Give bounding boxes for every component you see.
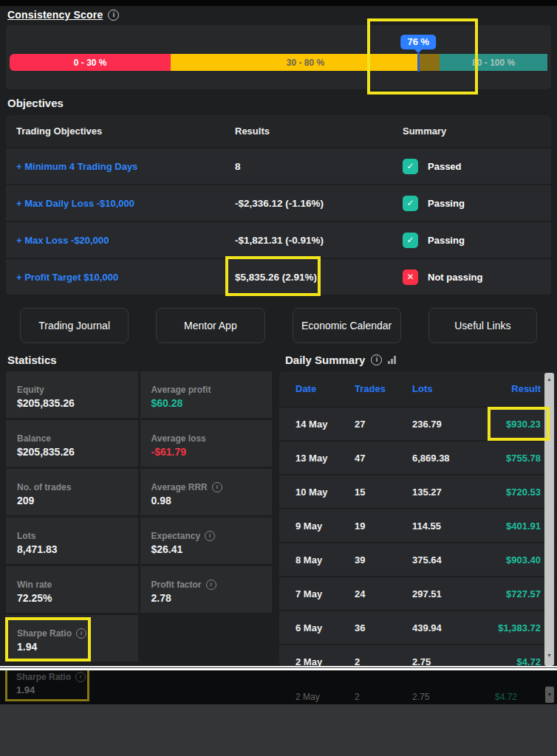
stat-value: 1.94 <box>16 684 86 695</box>
objective-link[interactable]: + Minimum 4 Trading Days <box>16 161 235 172</box>
objective-link[interactable]: + Profit Target $10,000 <box>16 272 235 283</box>
objectives-table-row: + Max Loss -$20,000 -$1,821.31 (-0.91%) … <box>6 221 551 258</box>
daily-table-row: 2 May 2 2.75 $4.72 <box>279 644 556 666</box>
stat-label: No. of trades <box>17 482 71 492</box>
col-header-result: Result <box>495 383 541 394</box>
daily-result: $720.53 <box>495 487 541 498</box>
daily-table-row: 7 May 24 297.51 $727.57 <box>279 576 556 610</box>
daily-date: 8 May <box>295 554 355 566</box>
info-icon[interactable]: i <box>371 354 382 365</box>
quick-links-row: Trading Journal Mentor App Economic Cale… <box>20 308 537 343</box>
col-header-trading-objectives: Trading Objectives <box>16 126 235 137</box>
consistency-score-bar: 0 - 30 % 30 - 80 % 80 - 100 % 76 % <box>10 54 547 71</box>
stat-cell: Average loss -$61.79 <box>140 420 273 467</box>
stat-label: Average profit <box>151 385 211 395</box>
daily-table-row: 14 May 27 236.79 $930.23 <box>279 406 556 440</box>
summary-label: Passing <box>428 198 465 209</box>
status-icon: ✕ <box>406 272 414 282</box>
stat-cell-empty <box>140 615 273 662</box>
dup-lots: 2.75 <box>412 692 495 702</box>
quick-link-label: Economic Calendar <box>301 320 392 331</box>
footer-area <box>0 704 557 756</box>
stat-cell: Profit factor i 2.78 <box>140 566 273 613</box>
bar-chart-icon[interactable] <box>388 356 396 364</box>
daily-lots: 135.27 <box>412 487 495 498</box>
stat-value: $26.41 <box>151 543 267 555</box>
daily-date: 6 May <box>295 622 355 633</box>
quick-link-button[interactable]: Mentor App <box>156 308 264 343</box>
daily-summary-header: Daily Summary i <box>285 354 396 366</box>
objective-link[interactable]: + Max Daily Loss -$10,000 <box>16 198 235 209</box>
stat-value: 8,471.83 <box>17 543 132 555</box>
daily-lots: 2.75 <box>412 656 495 667</box>
col-header-results: Results <box>235 126 403 137</box>
score-segment: 30 - 80 % <box>171 54 440 71</box>
top-strip <box>0 0 557 6</box>
info-icon[interactable]: i <box>108 10 119 21</box>
daily-lots: 297.51 <box>412 588 495 599</box>
objective-link[interactable]: + Max Loss -$20,000 <box>16 235 235 246</box>
daily-trades: 24 <box>355 588 412 599</box>
info-icon[interactable]: i <box>206 580 216 590</box>
stat-label: Average loss <box>151 433 206 444</box>
daily-trades: 2 <box>355 656 412 667</box>
scrollbar[interactable]: ▲ ▼ <box>544 373 554 666</box>
consistency-score-title: Consistency Score <box>7 9 103 21</box>
daily-trades: 27 <box>355 419 412 430</box>
score-segment: 0 - 30 % <box>10 54 171 71</box>
daily-date: 7 May <box>295 588 355 599</box>
status-icon: ✓ <box>406 161 414 171</box>
daily-trades: 19 <box>355 520 412 532</box>
daily-trades: 36 <box>355 622 412 633</box>
stat-value: -$61.79 <box>151 446 267 458</box>
stat-cell: Expectancy i $26.41 <box>140 518 273 564</box>
stat-cell: No. of trades 209 <box>6 469 138 515</box>
col-header-trades: Trades <box>355 383 412 394</box>
objectives-heading: Objectives <box>7 97 64 109</box>
segment-label-mid: 30 - 80 % <box>171 54 440 71</box>
stat-label: Equity <box>17 385 44 395</box>
segment-label-low: 0 - 30 % <box>10 54 171 71</box>
col-header-lots: Lots <box>412 383 495 394</box>
score-segment: 80 - 100 % <box>440 54 547 71</box>
daily-date: 10 May <box>295 487 355 498</box>
daily-result: $727.57 <box>495 588 541 599</box>
quick-link-button[interactable]: Trading Journal <box>20 308 129 343</box>
objectives-table-row: + Profit Target $10,000 $5,835.26 (2.91%… <box>6 258 551 295</box>
statistics-heading: Statistics <box>7 354 57 366</box>
daily-date: 9 May <box>295 520 355 532</box>
stat-cell: Balance $205,835.26 <box>6 420 138 467</box>
status-badge: ✕ <box>403 269 418 285</box>
quick-link-button[interactable]: Economic Calendar <box>293 308 401 343</box>
stat-value: $205,835.26 <box>17 446 132 458</box>
stat-label: Expectancy <box>151 531 201 541</box>
stat-cell: Average RRR i 0.98 <box>140 469 273 515</box>
status-icon: ✓ <box>406 235 414 245</box>
objectives-rows: + Minimum 4 Trading Days 8 ✓ Passed + Ma… <box>6 147 551 295</box>
scroll-down-icon: ▼ <box>545 687 554 703</box>
quick-link-button[interactable]: Useful Links <box>428 308 537 343</box>
stat-value: $205,835.26 <box>17 397 132 409</box>
info-icon[interactable]: i <box>205 531 215 541</box>
daily-date: 13 May <box>295 453 355 464</box>
quick-link-label: Useful Links <box>454 320 510 331</box>
daily-date: 14 May <box>295 419 355 430</box>
daily-trades: 39 <box>355 554 412 566</box>
objectives-table: Trading Objectives Results Summary + Min… <box>6 115 551 295</box>
dup-trades: 2 <box>355 692 412 702</box>
dup-date: 2 May <box>295 692 355 702</box>
daily-summary-title: Daily Summary <box>285 354 365 366</box>
daily-result: $930.23 <box>495 419 541 430</box>
stat-value: 72.25% <box>17 592 132 604</box>
quick-link-label: Mentor App <box>184 320 237 331</box>
stat-cell: Sharpe Ratio i 1.94 <box>6 615 138 662</box>
stat-cell: Average profit $60.28 <box>140 371 273 418</box>
objective-summary: ✓ Passing <box>403 196 551 211</box>
info-icon[interactable]: i <box>212 482 222 492</box>
info-icon[interactable]: i <box>76 628 86 639</box>
daily-table-row: 6 May 36 439.94 $1,383.72 <box>279 610 556 644</box>
scroll-down-icon[interactable]: ▼ <box>544 650 554 661</box>
stat-value: 0.98 <box>151 495 267 506</box>
consistency-score-header: Consistency Score i <box>7 9 119 21</box>
scroll-up-icon[interactable]: ▲ <box>544 374 554 385</box>
